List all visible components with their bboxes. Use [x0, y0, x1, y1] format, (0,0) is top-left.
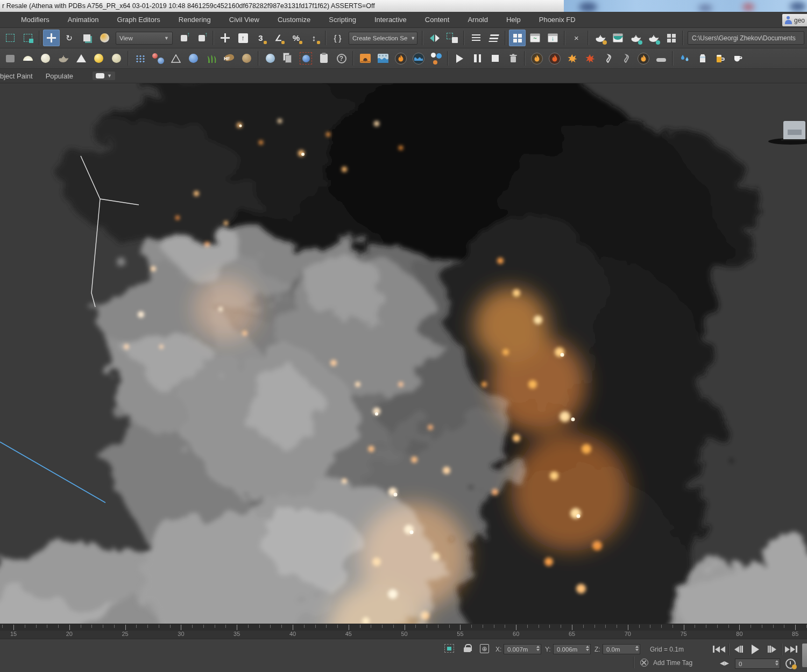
fire-volume-icon[interactable]	[392, 50, 409, 67]
menu-item-help[interactable]: Help	[497, 12, 530, 27]
partial-icon[interactable]	[2, 50, 18, 67]
pause-sim-button[interactable]	[469, 50, 486, 67]
select-scale-icon[interactable]	[79, 30, 95, 46]
material-editor-icon[interactable]	[592, 30, 608, 46]
break-link-icon[interactable]: ×	[568, 30, 585, 46]
curve-editor-icon[interactable]: ~	[527, 30, 543, 46]
key-mode-toggle[interactable]: ◀▶	[720, 660, 729, 667]
quad-view-icon[interactable]	[663, 30, 679, 46]
menu-item-scripting[interactable]: Scripting	[320, 12, 365, 27]
previous-frame-button[interactable]	[730, 642, 747, 656]
time-configuration-button[interactable]	[785, 659, 796, 669]
add-time-tag-button[interactable]: Add Time Tag	[653, 659, 692, 667]
sphere-blue-icon[interactable]	[262, 50, 279, 67]
sim-fire-icon[interactable]	[357, 50, 373, 67]
viewport[interactable]	[0, 83, 807, 624]
preset-candle-icon[interactable]	[635, 50, 652, 67]
next-frame-button[interactable]	[763, 642, 780, 656]
play-animation-button[interactable]	[747, 642, 763, 656]
gizmo-icon[interactable]	[167, 50, 184, 67]
frame-spinner[interactable]	[775, 660, 778, 666]
angle-snap-icon[interactable]: ∠	[270, 30, 287, 46]
y-spinner[interactable]	[586, 646, 589, 651]
sphere-frame-icon[interactable]	[298, 50, 314, 67]
preset-campfire-icon[interactable]	[528, 50, 545, 67]
ribbon-display-dropdown[interactable]: ▼	[93, 72, 115, 80]
tab-populate[interactable]: Populate	[39, 72, 80, 80]
named-selection-set-dropdown[interactable]: Create Selection Se▼	[349, 32, 417, 45]
project-path-field[interactable]: C:\Users\Georgi Zhekov\Documents	[688, 31, 804, 45]
preset-milk-icon[interactable]	[694, 50, 711, 67]
select-region-icon[interactable]	[2, 30, 18, 46]
preset-smoke-trail-icon[interactable]	[617, 50, 634, 67]
selection-lock-toggle[interactable]	[464, 644, 471, 652]
selection-filter-icon[interactable]	[444, 644, 454, 653]
use-selection-center-icon[interactable]: ↑	[193, 30, 210, 46]
preset-bonfire-icon[interactable]	[546, 50, 563, 67]
delete-sim-button[interactable]	[505, 50, 521, 67]
menu-item-rendering[interactable]: Rendering	[169, 12, 220, 27]
sphere-preset-icon[interactable]	[37, 50, 54, 67]
render-production-icon[interactable]	[645, 30, 662, 46]
select-object-icon[interactable]	[19, 30, 36, 46]
start-sim-button[interactable]	[451, 50, 468, 67]
preset-smoke-icon[interactable]	[599, 50, 616, 67]
tab-object-paint[interactable]: bject Paint	[0, 72, 39, 80]
snap-toggle-icon[interactable]: 3	[252, 30, 269, 46]
select-place-icon[interactable]	[96, 30, 113, 46]
user-account-button[interactable]: geo	[782, 14, 807, 26]
dome-preset-icon[interactable]	[19, 50, 36, 67]
preset-beer-icon[interactable]	[712, 50, 728, 67]
schematic-view-icon[interactable]: ↓	[544, 30, 561, 46]
select-manipulate-icon[interactable]	[217, 30, 233, 46]
preset-coffee-icon[interactable]	[730, 50, 746, 67]
particle-array-icon[interactable]	[132, 50, 148, 67]
preset-clouds-icon[interactable]	[653, 50, 669, 67]
preset-splash-icon[interactable]	[676, 50, 693, 67]
grass-icon[interactable]	[203, 50, 220, 67]
ocean-volume-icon[interactable]	[410, 50, 427, 67]
turbulence-icon[interactable]	[185, 50, 202, 67]
mountain-preset-icon[interactable]	[73, 50, 89, 67]
current-frame-field[interactable]: 0	[735, 659, 780, 669]
menu-item-graph-editors[interactable]: Graph Editors	[108, 12, 169, 27]
disc-icon[interactable]	[108, 50, 125, 67]
go-to-end-button[interactable]	[783, 642, 799, 656]
presets-icon[interactable]	[280, 50, 296, 67]
y-coord-field[interactable]: 0.006m	[553, 644, 591, 654]
menu-item-customize[interactable]: Customize	[268, 12, 320, 27]
scene-explorer-icon[interactable]	[468, 30, 484, 46]
z-spinner[interactable]	[635, 646, 639, 651]
go-to-start-button[interactable]	[711, 642, 727, 656]
sun-icon[interactable]	[90, 50, 107, 67]
mirror-icon[interactable]	[426, 30, 443, 46]
spinner-snap-icon[interactable]: ↕	[306, 30, 322, 46]
edit-named-selection-sets-icon[interactable]: { }	[329, 30, 346, 46]
select-rotate-icon[interactable]: ↻	[61, 30, 77, 46]
layer-explorer-icon[interactable]	[485, 30, 502, 46]
preset-explosion-icon[interactable]	[564, 50, 581, 67]
select-move-icon[interactable]	[43, 30, 60, 46]
molecule-icon[interactable]	[150, 50, 166, 67]
timeline-slider[interactable]: 152025303540455055606570758085	[0, 624, 807, 639]
menu-item-civil-view[interactable]: Civil View	[220, 12, 268, 27]
menu-item-phoenix-fd[interactable]: Phoenix FD	[530, 12, 585, 27]
rock-icon[interactable]	[238, 50, 255, 67]
ref-coordsys-dropdown[interactable]: View▼	[116, 32, 173, 45]
z-coord-field[interactable]: 0.0m	[603, 644, 640, 654]
menu-item-animation[interactable]: Animation	[59, 12, 108, 27]
align-icon[interactable]	[444, 30, 461, 46]
clipboard-icon[interactable]	[315, 50, 332, 67]
render-setup-icon[interactable]	[610, 30, 626, 46]
rendered-frame-icon[interactable]	[627, 30, 644, 46]
absolute-mode-toggle[interactable]: ⊕	[480, 644, 489, 653]
particles-icon[interactable]	[428, 50, 444, 67]
stop-sim-button[interactable]	[487, 50, 504, 67]
ribbon-toggle-icon[interactable]	[509, 30, 526, 46]
help-icon[interactable]: ?	[333, 50, 350, 67]
x-coord-field[interactable]: 0.007m	[504, 644, 541, 654]
use-pivot-point-icon[interactable]: ↑	[175, 30, 192, 46]
x-spinner[interactable]	[536, 646, 540, 651]
keyboard-override-icon[interactable]: ↑	[235, 30, 251, 46]
menu-item-arnold[interactable]: Arnold	[458, 12, 497, 27]
